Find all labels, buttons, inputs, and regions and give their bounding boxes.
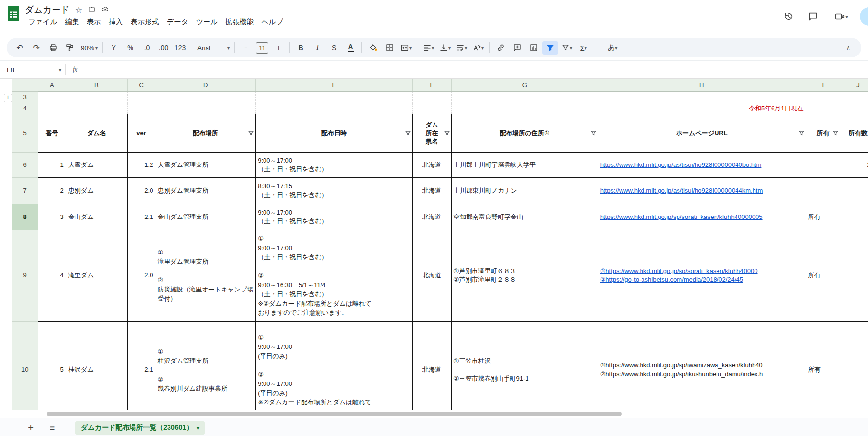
vertical-align-dropdown[interactable]: ▾ bbox=[437, 41, 453, 54]
row-header[interactable]: 10 bbox=[12, 321, 38, 410]
cell[interactable]: 1.2 bbox=[127, 152, 155, 177]
date-note-cell[interactable]: 令和5年6月1日現在 bbox=[598, 103, 806, 114]
cell[interactable]: 上川郡上川町字層雲峡大学平 bbox=[451, 152, 598, 177]
move-folder-icon[interactable] bbox=[88, 5, 95, 15]
cell[interactable] bbox=[806, 177, 840, 204]
currency-format-button[interactable]: ¥ bbox=[106, 41, 122, 54]
fill-color-button[interactable] bbox=[365, 41, 381, 54]
cell[interactable] bbox=[38, 91, 66, 103]
cell[interactable]: 2.1 bbox=[127, 321, 155, 410]
cell[interactable] bbox=[127, 91, 155, 103]
italic-button[interactable]: I bbox=[309, 41, 325, 54]
horizontal-scrollbar[interactable] bbox=[0, 410, 868, 418]
menu-view[interactable]: 表示 bbox=[83, 17, 104, 28]
text-color-button[interactable]: A bbox=[342, 41, 359, 54]
column-header[interactable]: F bbox=[413, 79, 452, 91]
cell[interactable] bbox=[840, 91, 868, 103]
percent-format-button[interactable]: % bbox=[122, 41, 138, 54]
cell[interactable]: 大雪ダム bbox=[66, 152, 127, 177]
table-header-cell[interactable]: 所有数 bbox=[840, 114, 868, 152]
cell[interactable]: 忠別ダム bbox=[66, 177, 127, 204]
cell[interactable]: https://www.hkd.mlit.go.jp/as/tisui/ho92… bbox=[598, 152, 806, 177]
menu-help[interactable]: ヘルプ bbox=[258, 17, 287, 28]
cell[interactable]: 1 bbox=[38, 152, 66, 177]
cell[interactable]: 9:00～17:00 （土・日・祝日を含む） bbox=[256, 152, 413, 177]
cell[interactable]: 北海道 bbox=[413, 152, 452, 177]
strikethrough-button[interactable]: S bbox=[326, 41, 342, 54]
cell[interactable]: 北海道 bbox=[413, 321, 452, 410]
row-header[interactable]: 4 bbox=[12, 103, 38, 114]
menu-format[interactable]: 表示形式 bbox=[127, 17, 162, 28]
menu-extensions[interactable]: 拡張機能 bbox=[222, 17, 257, 28]
formula-input[interactable] bbox=[84, 61, 868, 78]
comment-history-icon[interactable] bbox=[803, 7, 823, 26]
zoom-dropdown[interactable]: 90% ▾ bbox=[78, 41, 99, 54]
filter-icon[interactable] bbox=[590, 130, 597, 136]
cell[interactable]: 桂沢ダム bbox=[66, 321, 127, 410]
cell[interactable] bbox=[38, 103, 66, 114]
cell[interactable]: 北海道 bbox=[413, 204, 452, 230]
cell[interactable] bbox=[840, 103, 868, 114]
cell[interactable]: 25 bbox=[840, 152, 868, 177]
url-link[interactable]: https://www.hkd.mlit.go.jp/as/tisui/ho92… bbox=[600, 187, 763, 194]
paint-format-button[interactable] bbox=[61, 41, 77, 54]
cell[interactable] bbox=[66, 103, 127, 114]
cell[interactable] bbox=[66, 91, 127, 103]
name-box[interactable]: L8 ▾ bbox=[0, 66, 65, 73]
redo-button[interactable]: ↷ bbox=[28, 41, 44, 54]
filter-views-dropdown[interactable]: ▾ bbox=[559, 41, 575, 54]
row-header[interactable]: 9 bbox=[12, 230, 38, 321]
cell[interactable]: 3 bbox=[38, 204, 66, 230]
cell[interactable]: ① 桂沢ダム管理支所 ② 幾春別川ダム建設事業所 bbox=[155, 321, 256, 410]
star-icon[interactable]: ☆ bbox=[75, 5, 82, 15]
cell[interactable]: 大雪ダム管理支所 bbox=[155, 152, 256, 177]
cell[interactable] bbox=[840, 230, 868, 321]
cell[interactable]: ①https://www.hkd.mlit.go.jp/sp/sorati_ka… bbox=[598, 230, 806, 321]
cell[interactable]: 5 bbox=[38, 321, 66, 410]
input-tools-button[interactable]: あ ▾ bbox=[604, 41, 621, 54]
select-all-corner[interactable] bbox=[12, 79, 38, 91]
cell[interactable] bbox=[806, 91, 840, 103]
text-wrap-dropdown[interactable]: ▾ bbox=[453, 41, 470, 54]
url-link[interactable]: ①https://www.hkd.mlit.go.jp/sp/sorati_ka… bbox=[600, 267, 758, 283]
decrease-font-size-button[interactable]: − bbox=[238, 41, 254, 54]
cell[interactable]: 滝里ダム bbox=[66, 230, 127, 321]
cell[interactable] bbox=[127, 103, 155, 114]
cell[interactable]: 2 bbox=[38, 177, 66, 204]
add-sheet-button[interactable]: + bbox=[23, 420, 38, 435]
cell[interactable]: 北海道 bbox=[413, 230, 452, 321]
cell[interactable]: 2.0 bbox=[127, 177, 155, 204]
filter-button[interactable] bbox=[542, 41, 558, 54]
table-header-cell[interactable]: 番号 bbox=[38, 114, 66, 152]
cell[interactable]: 北海道 bbox=[413, 177, 452, 204]
filter-icon[interactable] bbox=[798, 130, 805, 136]
row-header[interactable]: 3 bbox=[12, 91, 38, 103]
cell[interactable]: 8:30～17:15 （土・日・祝日を含む） bbox=[256, 177, 413, 204]
column-header[interactable]: B bbox=[66, 79, 127, 91]
cell[interactable]: ① 滝里ダム管理支所 ② 防災施設（滝里オートキャンプ場受付） bbox=[155, 230, 256, 321]
merge-cells-button[interactable]: ▾ bbox=[398, 41, 414, 54]
font-dropdown[interactable]: Arial ▾ bbox=[194, 41, 231, 54]
cell[interactable] bbox=[840, 204, 868, 230]
row-header-selected[interactable]: 8 bbox=[12, 204, 38, 230]
table-header-cell[interactable]: ダム名 bbox=[66, 114, 127, 152]
column-header[interactable]: J bbox=[840, 79, 868, 91]
filter-icon[interactable] bbox=[248, 130, 254, 136]
cell[interactable] bbox=[598, 91, 806, 103]
cell[interactable]: 上川郡東川町ノカナン bbox=[451, 177, 598, 204]
doc-title[interactable]: ダムカード bbox=[25, 4, 70, 16]
cell[interactable]: https://www.hkd.mlit.go.jp/sp/sorati_kas… bbox=[598, 204, 806, 230]
cell[interactable]: 2.0 bbox=[127, 230, 155, 321]
functions-dropdown[interactable]: Σ ▾ bbox=[575, 41, 591, 54]
cell[interactable]: 空知郡南富良野町字金山 bbox=[451, 204, 598, 230]
insert-link-button[interactable] bbox=[492, 41, 509, 54]
decrease-decimal-button[interactable]: .0 bbox=[139, 41, 155, 54]
menu-tools[interactable]: ツール bbox=[193, 17, 221, 28]
row-header[interactable]: 7 bbox=[12, 177, 38, 204]
column-header[interactable]: H bbox=[598, 79, 806, 91]
cell[interactable]: ①https://www.hkd.mlit.go.jp/sp/iwamizawa… bbox=[598, 321, 806, 410]
cell[interactable] bbox=[155, 91, 256, 103]
collapse-toolbar-button[interactable]: ∧ bbox=[840, 41, 856, 54]
cell[interactable]: ①芦別市滝里町６８３ ②芦別市滝里町２８８ bbox=[451, 230, 598, 321]
menu-insert[interactable]: 挿入 bbox=[105, 17, 126, 28]
